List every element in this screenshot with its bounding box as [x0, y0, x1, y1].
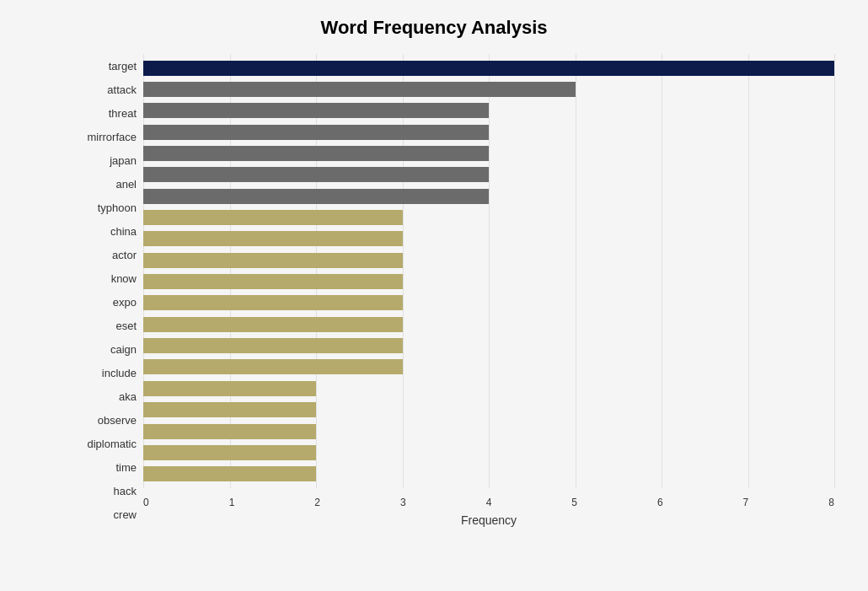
bar: [143, 295, 403, 310]
bar: [143, 402, 316, 417]
bar-row: [143, 165, 834, 184]
bar-row: [143, 229, 834, 248]
x-tick: 5: [571, 497, 577, 508]
chart-container: Word Frequency Analysis targetattackthre…: [0, 0, 868, 591]
bar: [143, 231, 403, 246]
y-label: caign: [110, 344, 137, 355]
bar-row: [143, 251, 834, 270]
bar: [143, 61, 834, 76]
bar: [143, 103, 489, 118]
bar-row: [143, 465, 834, 483]
y-label: know: [111, 273, 137, 284]
bar-row: [143, 59, 834, 78]
bar: [143, 210, 403, 225]
bar: [143, 338, 403, 353]
x-tick: 3: [400, 497, 406, 508]
bar-row: [143, 400, 834, 419]
x-tick: 7: [743, 497, 749, 508]
bar-row: [143, 379, 834, 398]
bars-wrapper: [143, 54, 834, 488]
x-tick: 1: [229, 497, 235, 508]
bar-row: [143, 443, 834, 462]
y-label: anel: [115, 179, 137, 190]
bar-row: [143, 422, 834, 441]
y-label: china: [110, 226, 137, 237]
bar-row: [143, 187, 834, 206]
y-label: mirrorface: [87, 132, 137, 142]
x-tick: 2: [314, 497, 320, 508]
y-label: aka: [119, 391, 137, 402]
y-label: attack: [107, 84, 137, 95]
bar-row: [143, 293, 834, 312]
bar: [143, 146, 489, 161]
bar-row: [143, 80, 834, 99]
y-label: eset: [115, 320, 137, 331]
plot-area: 012345678 Frequency: [143, 54, 834, 527]
y-label: diplomatic: [87, 438, 137, 449]
x-tick: 0: [143, 497, 149, 508]
x-tick: 8: [828, 497, 834, 508]
y-label: target: [109, 61, 137, 72]
y-label: expo: [113, 297, 137, 308]
bar: [143, 381, 316, 396]
y-label: time: [115, 462, 137, 473]
bar: [143, 445, 316, 460]
y-label: japan: [110, 155, 137, 166]
bar: [143, 317, 403, 332]
bar: [143, 253, 403, 268]
bar: [143, 125, 489, 140]
bar-row: [143, 315, 834, 334]
bar-row: [143, 208, 834, 227]
y-label: typhoon: [98, 202, 137, 213]
bar-row: [143, 144, 834, 163]
bar: [143, 466, 316, 481]
bar: [143, 189, 489, 204]
bar-row: [143, 101, 834, 120]
chart-area: targetattackthreatmirrorfacejapananeltyp…: [76, 54, 834, 527]
bar-row: [143, 272, 834, 291]
y-label: observe: [98, 415, 137, 426]
bar: [143, 82, 576, 97]
grid-line: [834, 54, 835, 488]
y-label: hack: [114, 486, 137, 497]
x-tick: 4: [486, 497, 492, 508]
x-tick: 6: [657, 497, 663, 508]
y-axis-labels: targetattackthreatmirrorfacejapananeltyp…: [76, 54, 143, 527]
y-label: crew: [114, 509, 137, 520]
y-label: threat: [109, 108, 137, 119]
x-axis-label: Frequency: [143, 513, 834, 527]
grid-and-bars: [143, 54, 834, 488]
y-label: include: [102, 368, 137, 379]
bar: [143, 274, 403, 289]
bar-row: [143, 336, 834, 355]
bar: [143, 424, 316, 439]
y-label: actor: [112, 250, 137, 261]
bar-row: [143, 123, 834, 142]
bar: [143, 359, 403, 374]
bar-row: [143, 357, 834, 376]
x-axis: 012345678: [143, 497, 834, 508]
chart-title: Word Frequency Analysis: [34, 17, 834, 39]
bar: [143, 167, 489, 182]
bottom-section: 012345678 Frequency: [143, 492, 834, 527]
